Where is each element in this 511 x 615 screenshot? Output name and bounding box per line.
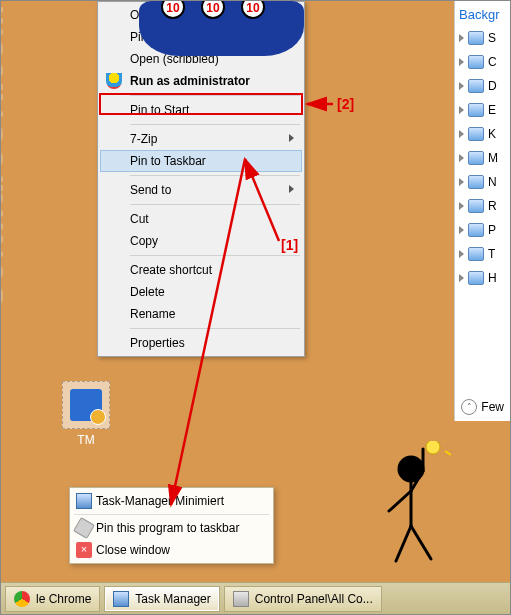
jumplist-label: Task-Manager Minimiert bbox=[96, 494, 224, 508]
menu-item-copy[interactable]: Copy bbox=[100, 230, 302, 252]
tm-icon bbox=[76, 493, 92, 509]
jumplist-item-task-manager-minimiert[interactable]: Task-Manager Minimiert bbox=[72, 490, 271, 512]
idea-figure-icon bbox=[361, 441, 451, 571]
taskbar-button-control-panel-all-co-[interactable]: Control Panel\All Co... bbox=[224, 586, 382, 612]
menu-item-send-to[interactable]: Send to bbox=[100, 179, 302, 201]
menu-item-label: Cut bbox=[130, 212, 149, 226]
expand-icon bbox=[459, 202, 464, 210]
expand-icon bbox=[459, 106, 464, 114]
menu-separator bbox=[74, 514, 269, 515]
expand-icon bbox=[459, 226, 464, 234]
menu-item-label: Pin to Taskbar bbox=[130, 154, 206, 168]
row-label: M bbox=[488, 151, 498, 165]
menu-item-label: Send to bbox=[130, 183, 171, 197]
expand-icon bbox=[459, 178, 464, 186]
menu-item-pin-to-taskbar[interactable]: Pin to Taskbar bbox=[100, 150, 302, 172]
row-icon bbox=[468, 247, 484, 261]
submenu-arrow-icon bbox=[289, 134, 294, 142]
close-icon: × bbox=[76, 542, 92, 558]
right-panel: Backgr SCDEKMNRPTH ˄ Few bbox=[454, 1, 510, 421]
expand-icon bbox=[459, 34, 464, 42]
panel-row[interactable]: P bbox=[459, 218, 506, 242]
expand-icon bbox=[459, 250, 464, 258]
taskbar-jumplist: Task-Manager MinimiertPin this program t… bbox=[69, 487, 274, 564]
panel-row[interactable]: H bbox=[459, 266, 506, 290]
menu-item-label: Properties bbox=[130, 336, 185, 350]
menu-separator bbox=[130, 255, 300, 256]
taskbar: le ChromeTask ManagerControl Panel\All C… bbox=[1, 582, 510, 614]
row-label: S bbox=[488, 31, 496, 45]
menu-item-label: Create shortcut bbox=[130, 263, 212, 277]
menu-item-label: Rename bbox=[130, 307, 175, 321]
menu-item-properties[interactable]: Properties bbox=[100, 332, 302, 354]
menu-item-create-shortcut[interactable]: Create shortcut bbox=[100, 259, 302, 281]
taskbar-button-label: Task Manager bbox=[135, 592, 210, 606]
menu-item-label: 7-Zip bbox=[130, 132, 157, 146]
svg-point-7 bbox=[426, 441, 440, 454]
panel-heading: Backgr bbox=[459, 7, 506, 22]
desktop-shortcut-tm[interactable]: TM bbox=[51, 381, 121, 447]
panel-row[interactable]: D bbox=[459, 74, 506, 98]
submenu-arrow-icon bbox=[289, 185, 294, 193]
panel-row[interactable]: S bbox=[459, 26, 506, 50]
expand-icon bbox=[459, 274, 464, 282]
row-label: T bbox=[488, 247, 495, 261]
expand-icon bbox=[459, 58, 464, 66]
svg-line-3 bbox=[411, 526, 431, 559]
pin-icon bbox=[73, 517, 95, 539]
jumplist-label: Close window bbox=[96, 543, 170, 557]
svg-line-4 bbox=[389, 491, 411, 511]
menu-separator bbox=[130, 175, 300, 176]
expand-icon bbox=[459, 154, 464, 162]
menu-item-7-zip[interactable]: 7-Zip bbox=[100, 128, 302, 150]
menu-separator bbox=[130, 95, 300, 96]
shortcut-label: TM bbox=[51, 433, 121, 447]
chrome-icon bbox=[14, 591, 30, 607]
expand-icon bbox=[459, 82, 464, 90]
taskbar-button-le-chrome[interactable]: le Chrome bbox=[5, 586, 100, 612]
scribble-number: 10 bbox=[161, 0, 185, 19]
scribble-number: 10 bbox=[241, 0, 265, 19]
panel-row[interactable]: R bbox=[459, 194, 506, 218]
row-icon bbox=[468, 199, 484, 213]
scribble-overlay: 10 10 10 bbox=[139, 1, 304, 56]
row-icon bbox=[468, 175, 484, 189]
scribble-number: 10 bbox=[201, 0, 225, 19]
taskbar-button-label: Control Panel\All Co... bbox=[255, 592, 373, 606]
menu-item-delete[interactable]: Delete bbox=[100, 281, 302, 303]
jumplist-item-pin-this-program-to-taskbar[interactable]: Pin this program to taskbar bbox=[72, 517, 271, 539]
shortcut-icon bbox=[70, 389, 102, 421]
taskbar-button-task-manager[interactable]: Task Manager bbox=[104, 586, 219, 612]
watermark-text: SoftwareOK.com bbox=[0, 3, 12, 307]
panel-row[interactable]: K bbox=[459, 122, 506, 146]
row-icon bbox=[468, 127, 484, 141]
row-label: H bbox=[488, 271, 497, 285]
row-label: D bbox=[488, 79, 497, 93]
row-label: N bbox=[488, 175, 497, 189]
row-label: P bbox=[488, 223, 496, 237]
taskbar-button-label: le Chrome bbox=[36, 592, 91, 606]
panel-row[interactable]: C bbox=[459, 50, 506, 74]
menu-item-rename[interactable]: Rename bbox=[100, 303, 302, 325]
row-icon bbox=[468, 103, 484, 117]
row-icon bbox=[468, 271, 484, 285]
menu-separator bbox=[130, 204, 300, 205]
row-icon bbox=[468, 223, 484, 237]
row-label: R bbox=[488, 199, 497, 213]
fewer-details[interactable]: ˄ Few bbox=[461, 399, 504, 415]
menu-item-label: Copy bbox=[130, 234, 158, 248]
annotation-label-2: [2] bbox=[337, 96, 354, 112]
panel-row[interactable]: M bbox=[459, 146, 506, 170]
panel-row[interactable]: N bbox=[459, 170, 506, 194]
annotation-label-1: [1] bbox=[281, 237, 298, 253]
panel-row[interactable]: T bbox=[459, 242, 506, 266]
menu-item-cut[interactable]: Cut bbox=[100, 208, 302, 230]
row-icon bbox=[468, 31, 484, 45]
menu-item-run-as-administrator[interactable]: Run as administrator bbox=[100, 70, 302, 92]
row-label: C bbox=[488, 55, 497, 69]
panel-row[interactable]: E bbox=[459, 98, 506, 122]
menu-item-pin-to-start[interactable]: Pin to Start bbox=[100, 99, 302, 121]
svg-line-2 bbox=[396, 526, 411, 561]
row-icon bbox=[468, 79, 484, 93]
jumplist-item-close-window[interactable]: ×Close window bbox=[72, 539, 271, 561]
